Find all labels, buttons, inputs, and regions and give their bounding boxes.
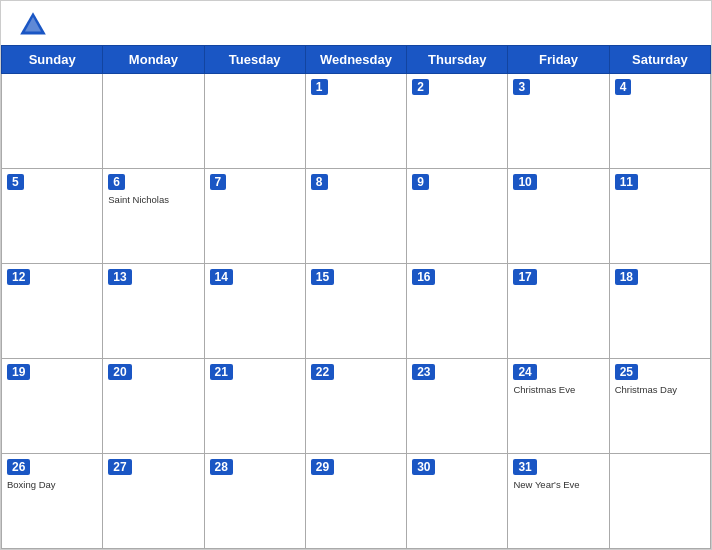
calendar-cell: 26Boxing Day [2, 454, 103, 549]
calendar-cell: 29 [305, 454, 406, 549]
date-number: 1 [311, 79, 328, 95]
date-number: 24 [513, 364, 536, 380]
calendar-cell: 28 [204, 454, 305, 549]
calendar-cell [609, 454, 710, 549]
weekday-header-tuesday: Tuesday [204, 46, 305, 74]
week-row-5: 26Boxing Day2728293031New Year's Eve [2, 454, 711, 549]
date-number: 14 [210, 269, 233, 285]
calendar-cell: 20 [103, 359, 204, 454]
date-number: 29 [311, 459, 334, 475]
date-number: 25 [615, 364, 638, 380]
calendar-cell: 9 [407, 169, 508, 264]
holiday-name: Saint Nicholas [108, 194, 198, 205]
date-number: 10 [513, 174, 536, 190]
week-row-4: 192021222324Christmas Eve25Christmas Day [2, 359, 711, 454]
calendar-cell: 2 [407, 74, 508, 169]
date-number: 31 [513, 459, 536, 475]
date-number: 19 [7, 364, 30, 380]
date-number: 26 [7, 459, 30, 475]
date-number: 13 [108, 269, 131, 285]
calendar-header [1, 1, 711, 45]
date-number: 17 [513, 269, 536, 285]
calendar-cell: 11 [609, 169, 710, 264]
calendar-cell: 8 [305, 169, 406, 264]
calendar-cell [103, 74, 204, 169]
date-number: 22 [311, 364, 334, 380]
calendar-cell: 10 [508, 169, 609, 264]
date-number: 6 [108, 174, 125, 190]
date-number: 16 [412, 269, 435, 285]
calendar-body: 123456Saint Nicholas78910111213141516171… [2, 74, 711, 549]
date-number: 30 [412, 459, 435, 475]
date-number: 8 [311, 174, 328, 190]
calendar-cell: 30 [407, 454, 508, 549]
weekday-header-saturday: Saturday [609, 46, 710, 74]
date-number: 18 [615, 269, 638, 285]
date-number: 15 [311, 269, 334, 285]
weekday-header-sunday: Sunday [2, 46, 103, 74]
calendar-cell [2, 74, 103, 169]
date-number: 21 [210, 364, 233, 380]
calendar-cell: 5 [2, 169, 103, 264]
week-row-3: 12131415161718 [2, 264, 711, 359]
calendar-cell: 14 [204, 264, 305, 359]
calendar-cell: 4 [609, 74, 710, 169]
logo-icon [17, 9, 49, 41]
calendar-cell: 7 [204, 169, 305, 264]
calendar-cell: 23 [407, 359, 508, 454]
calendar-table: SundayMondayTuesdayWednesdayThursdayFrid… [1, 45, 711, 549]
date-number: 27 [108, 459, 131, 475]
calendar-cell: 6Saint Nicholas [103, 169, 204, 264]
calendar-cell: 25Christmas Day [609, 359, 710, 454]
calendar-cell: 3 [508, 74, 609, 169]
date-number: 4 [615, 79, 632, 95]
calendar-cell: 27 [103, 454, 204, 549]
date-number: 12 [7, 269, 30, 285]
weekday-header-friday: Friday [508, 46, 609, 74]
date-number: 28 [210, 459, 233, 475]
weekday-header-monday: Monday [103, 46, 204, 74]
week-row-2: 56Saint Nicholas7891011 [2, 169, 711, 264]
calendar-cell: 22 [305, 359, 406, 454]
date-number: 23 [412, 364, 435, 380]
calendar-cell: 15 [305, 264, 406, 359]
date-number: 7 [210, 174, 227, 190]
calendar-cell: 21 [204, 359, 305, 454]
holiday-name: Christmas Day [615, 384, 705, 395]
holiday-name: New Year's Eve [513, 479, 603, 490]
logo [17, 9, 53, 41]
date-number: 9 [412, 174, 429, 190]
calendar-cell [204, 74, 305, 169]
weekday-header-row: SundayMondayTuesdayWednesdayThursdayFrid… [2, 46, 711, 74]
calendar-cell: 1 [305, 74, 406, 169]
date-number: 3 [513, 79, 530, 95]
week-row-1: 1234 [2, 74, 711, 169]
calendar-cell: 31New Year's Eve [508, 454, 609, 549]
calendar-cell: 18 [609, 264, 710, 359]
calendar-cell: 24Christmas Eve [508, 359, 609, 454]
date-number: 5 [7, 174, 24, 190]
weekday-header-wednesday: Wednesday [305, 46, 406, 74]
holiday-name: Boxing Day [7, 479, 97, 490]
calendar-page: SundayMondayTuesdayWednesdayThursdayFrid… [0, 0, 712, 550]
calendar-cell: 19 [2, 359, 103, 454]
holiday-name: Christmas Eve [513, 384, 603, 395]
weekday-header-thursday: Thursday [407, 46, 508, 74]
calendar-cell: 16 [407, 264, 508, 359]
date-number: 20 [108, 364, 131, 380]
calendar-cell: 17 [508, 264, 609, 359]
calendar-cell: 13 [103, 264, 204, 359]
date-number: 2 [412, 79, 429, 95]
date-number: 11 [615, 174, 638, 190]
calendar-cell: 12 [2, 264, 103, 359]
